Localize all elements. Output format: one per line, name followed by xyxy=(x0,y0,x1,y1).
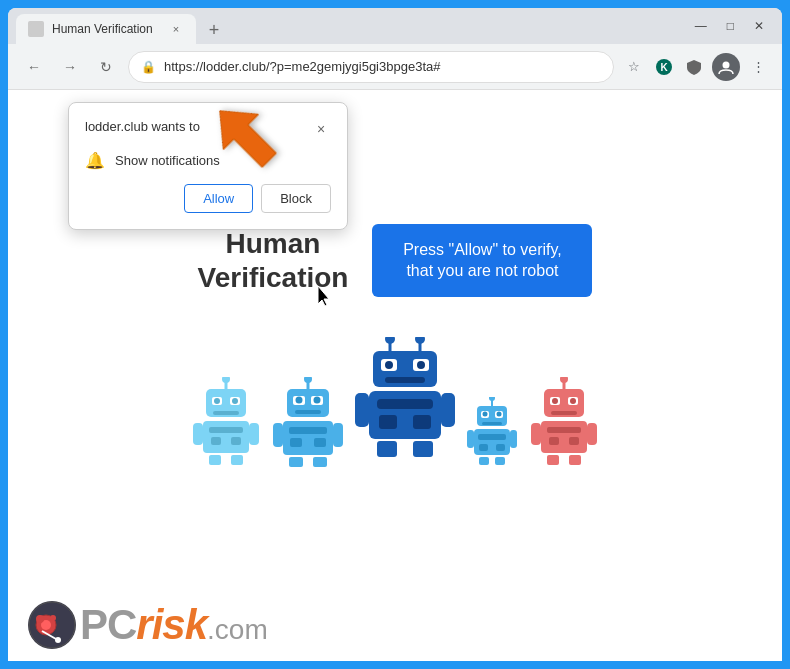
tab-favicon xyxy=(28,21,44,37)
svg-rect-67 xyxy=(496,444,505,451)
svg-rect-85 xyxy=(569,455,581,465)
block-button[interactable]: Block xyxy=(261,184,331,213)
svg-point-57 xyxy=(489,397,495,401)
pcrisk-brand-risk: risk xyxy=(136,601,207,649)
svg-rect-70 xyxy=(467,430,474,448)
svg-point-28 xyxy=(314,397,321,404)
shield-icon[interactable] xyxy=(682,55,706,79)
popup-buttons: Allow Block xyxy=(85,184,331,213)
svg-point-23 xyxy=(304,377,312,383)
robot-2 xyxy=(273,377,343,467)
svg-rect-79 xyxy=(551,411,577,415)
svg-point-27 xyxy=(296,397,303,404)
svg-rect-30 xyxy=(283,421,333,455)
svg-point-78 xyxy=(570,398,576,404)
lock-icon: 🔒 xyxy=(141,60,156,74)
svg-rect-86 xyxy=(531,423,541,445)
svg-rect-68 xyxy=(479,457,489,465)
svg-rect-49 xyxy=(377,399,433,409)
svg-rect-47 xyxy=(385,377,425,383)
svg-rect-81 xyxy=(547,427,581,433)
close-button[interactable]: ✕ xyxy=(748,17,770,35)
svg-rect-18 xyxy=(209,455,221,465)
popup-close-button[interactable]: × xyxy=(311,119,331,139)
svg-rect-0 xyxy=(30,23,42,35)
menu-icon[interactable]: ⋮ xyxy=(746,55,770,79)
svg-rect-55 xyxy=(441,393,455,427)
popup-title: lodder.club wants to xyxy=(85,119,200,134)
svg-point-3 xyxy=(723,61,730,68)
svg-rect-66 xyxy=(479,444,488,451)
svg-point-40 xyxy=(385,337,395,344)
svg-rect-84 xyxy=(547,455,559,465)
title-bar: Human Verification × + — □ ✕ xyxy=(8,8,782,44)
svg-rect-14 xyxy=(203,421,249,453)
window-controls: — □ ✕ xyxy=(689,17,774,35)
svg-rect-82 xyxy=(549,437,559,445)
robot-1 xyxy=(191,377,261,467)
webpage: lodder.club wants to × 🔔 Show notificati… xyxy=(8,90,782,661)
svg-rect-83 xyxy=(569,437,579,445)
allow-button[interactable]: Allow xyxy=(184,184,253,213)
svg-point-45 xyxy=(385,361,393,369)
svg-rect-48 xyxy=(369,391,441,439)
svg-point-62 xyxy=(497,412,502,417)
svg-rect-15 xyxy=(209,427,243,433)
orange-arrow xyxy=(208,94,288,188)
url-text: https://lodder.club/?p=me2gemjygi5gi3bpg… xyxy=(164,59,601,74)
svg-point-92 xyxy=(50,615,56,621)
svg-rect-50 xyxy=(379,415,397,429)
svg-text:K: K xyxy=(660,62,668,73)
robot-5 xyxy=(529,377,599,467)
svg-rect-31 xyxy=(289,427,327,434)
maximize-button[interactable]: □ xyxy=(721,17,740,35)
svg-point-46 xyxy=(417,361,425,369)
svg-rect-69 xyxy=(495,457,505,465)
svg-rect-29 xyxy=(295,410,321,414)
svg-point-73 xyxy=(560,377,568,383)
svg-rect-32 xyxy=(290,438,302,447)
svg-rect-19 xyxy=(231,455,243,465)
active-tab[interactable]: Human Verification × xyxy=(16,14,196,44)
pcrisk-logo xyxy=(28,601,76,649)
back-button[interactable]: ← xyxy=(20,53,48,81)
svg-rect-53 xyxy=(413,441,433,457)
kaspersky-icon[interactable]: K xyxy=(652,55,676,79)
svg-rect-34 xyxy=(289,457,303,467)
robots-row xyxy=(191,337,599,467)
minimize-button[interactable]: — xyxy=(689,17,713,35)
svg-rect-51 xyxy=(413,415,431,429)
tab-close-button[interactable]: × xyxy=(168,21,184,37)
svg-rect-64 xyxy=(474,429,510,455)
bookmark-icon[interactable]: ☆ xyxy=(622,55,646,79)
forward-button[interactable]: → xyxy=(56,53,84,81)
svg-rect-80 xyxy=(541,421,587,453)
svg-rect-87 xyxy=(587,423,597,445)
pcrisk-brand-pc: PC xyxy=(80,601,136,649)
reload-button[interactable]: ↻ xyxy=(92,53,120,81)
cta-button[interactable]: Press "Allow" to verify, that you are no… xyxy=(372,224,592,298)
svg-point-77 xyxy=(552,398,558,404)
svg-rect-37 xyxy=(333,423,343,447)
svg-point-12 xyxy=(232,398,238,404)
svg-rect-13 xyxy=(213,411,239,415)
browser-window: Human Verification × + — □ ✕ ← → ↻ 🔒 htt… xyxy=(8,8,782,661)
svg-rect-20 xyxy=(193,423,203,445)
address-bar-row: ← → ↻ 🔒 https://lodder.club/?p=me2gemjyg… xyxy=(8,44,782,90)
new-tab-button[interactable]: + xyxy=(200,16,228,44)
robot-3 xyxy=(355,337,455,467)
svg-rect-35 xyxy=(313,457,327,467)
svg-point-61 xyxy=(483,412,488,417)
svg-point-94 xyxy=(55,637,61,643)
svg-point-91 xyxy=(36,615,44,623)
svg-point-41 xyxy=(415,337,425,344)
bell-icon: 🔔 xyxy=(85,151,105,170)
profile-icon[interactable] xyxy=(712,53,740,81)
svg-rect-16 xyxy=(211,437,221,445)
address-bar[interactable]: 🔒 https://lodder.club/?p=me2gemjygi5gi3b… xyxy=(128,51,614,83)
page-heading: Human Verification xyxy=(198,227,349,294)
pcrisk-dotcom: .com xyxy=(207,614,268,646)
svg-point-11 xyxy=(214,398,220,404)
popup-notification-text: Show notifications xyxy=(115,153,220,168)
heading-line1: Human xyxy=(198,227,349,261)
